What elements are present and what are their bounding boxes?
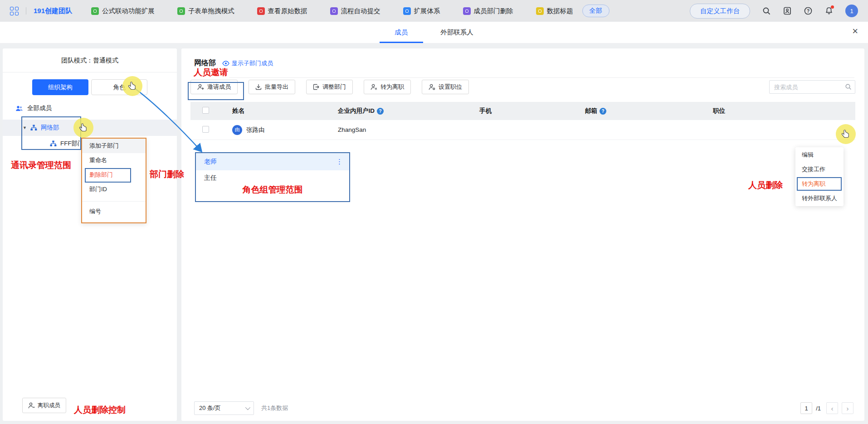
resigned-members-label: 离职成员 [38,402,60,410]
close-icon[interactable]: × [852,26,858,36]
search-icon [845,83,852,90]
total-pages-label: /1 [816,405,821,412]
header-divider [229,77,854,78]
role-button[interactable]: 角色 [91,79,147,95]
row-checkbox[interactable] [202,126,209,133]
annotation-contacts-scope: 通讯录管理范围 [11,159,71,171]
page-size-select[interactable]: 20 条/页 [194,401,254,415]
table-header-row: 姓名 企业内用户ID? 手机 邮箱? 职位 [190,102,855,120]
kebab-menu-icon[interactable]: ⋮ [336,158,343,166]
role-item-director[interactable]: 主任 [196,170,349,186]
main-panel: 网络部 显示子部门成员 邀请成员 批量导出 调整部门 转为离职 [181,48,864,421]
member-avatar: 由 [232,125,242,135]
role-item-teacher[interactable]: 老师 ⋮ [196,153,349,170]
app-tab-label: 公式联动功能扩展 [102,7,155,15]
move-out-icon [313,84,319,90]
app-tab-rawdata[interactable]: 查看原始数据 [257,7,307,15]
bell-icon[interactable] [824,6,834,15]
header-name: 姓名 [232,107,338,115]
to-resigned-label: 转为离职 [380,83,404,91]
sidebar-panel: 团队模式：普通模式 组织架构 角色 全部成员 ▼ 网络部 FFF部门 离职成员 [3,48,177,421]
tab-members[interactable]: 成员 [395,22,408,43]
next-page-button[interactable]: › [842,402,853,414]
team-mode-label: 团队模式：普通模式 [3,48,177,65]
annotation-dept-delete: 部门删除 [150,169,184,180]
select-all-checkbox[interactable] [202,107,209,114]
annotation-member-delete-control: 人员删除控制 [74,404,126,416]
app-tab-autosubmit[interactable]: 流程自动提交 [330,7,380,15]
app-green-icon [177,7,185,15]
tree-item-dept1[interactable]: ▼ 网络部 [3,120,177,136]
team-name[interactable]: 191创建团队 [34,7,72,15]
all-pill-button[interactable]: 全部 [582,5,610,17]
members-table: 姓名 企业内用户ID? 手机 邮箱? 职位 由 张路由 ZhangSan [190,102,855,140]
people-icon [15,105,23,112]
search-icon[interactable] [762,6,771,15]
adjust-dept-button[interactable]: 调整部门 [306,80,353,94]
row-menu-edit[interactable]: 编辑 [795,148,844,162]
app-yellow-icon [536,7,544,15]
row-menu-handover[interactable]: 交接工作 [795,162,844,177]
annotation-role-scope: 角色组管理范围 [196,184,349,196]
apps-grid-icon[interactable] [10,7,19,15]
app-red-icon [257,7,265,15]
app-tab-label: 流程自动提交 [341,7,380,15]
view-switch: 组织架构 角色 [3,79,177,95]
help-icon[interactable]: ? [804,6,813,15]
workbench-button[interactable]: 自定义工作台 [690,4,750,19]
download-icon [255,84,262,90]
sidebar-divider [3,72,177,72]
row-menu-to-external[interactable]: 转外部联系人 [795,191,844,206]
app-tab-subform[interactable]: 子表单拖拽模式 [177,7,234,15]
tab-external-contacts[interactable]: 外部联系人 [440,22,473,43]
show-sub-members-label: 显示子部门成员 [232,59,273,67]
notification-dot [831,5,834,9]
prev-page-button[interactable]: ‹ [826,402,838,414]
active-tab-underline [380,42,423,43]
topbar-app-tabs: 公式联动功能扩展 子表单拖拽模式 查看原始数据 流程自动提交 扩展体系 成员部门… [91,7,573,15]
invite-member-button[interactable]: 邀请成员 [190,80,238,94]
app-purple-icon [463,7,471,15]
app-tab-datatitle[interactable]: 数据标题 [536,7,573,15]
batch-export-button[interactable]: 批量导出 [249,80,295,94]
dept-context-menu: 添加子部门 重命名 删除部门 部门ID 编号 [81,138,146,223]
row-menu-to-resigned[interactable]: 转为离职 [795,177,844,191]
help-circle-icon[interactable]: ? [377,108,384,115]
menu-item-delete-dept[interactable]: 删除部门 [82,168,146,182]
menu-item-dept-id[interactable]: 部门ID [82,182,146,197]
user-avatar[interactable]: 1 [845,5,858,17]
header-email: 邮箱? [585,107,713,115]
menu-item-rename[interactable]: 重命名 [82,153,146,168]
app-purple-icon [330,7,338,15]
all-members-item[interactable]: 全部成员 [3,104,177,112]
menu-item-add-sub-dept[interactable]: 添加子部门 [82,139,146,153]
person-plus-icon [197,84,204,90]
header-position: 职位 [713,107,855,115]
resigned-members-button[interactable]: 离职成员 [22,398,66,413]
menu-divider [82,201,146,202]
member-search-input[interactable] [769,80,855,94]
annotation-invite: 人员邀请 [194,67,228,78]
current-page-box[interactable]: 1 [800,402,812,414]
app-green-icon [91,7,99,15]
member-row-menu: 编辑 交接工作 转为离职 转外部联系人 [795,147,844,206]
app-tab-label: 数据标题 [547,7,573,15]
app-tab-extension[interactable]: 扩展体系 [403,7,440,15]
to-resigned-button[interactable]: 转为离职 [364,80,411,94]
role-teacher-label: 老师 [204,158,217,166]
org-structure-button[interactable]: 组织架构 [32,79,88,95]
app-tab-label: 成员部门删除 [474,7,513,15]
app-blue-icon [403,7,411,15]
help-circle-icon[interactable]: ? [600,108,606,115]
address-book-icon[interactable] [783,6,792,15]
total-count-label: 共1条数据 [261,404,288,412]
table-row[interactable]: 由 张路由 ZhangSan [190,120,855,140]
menu-item-number[interactable]: 编号 [82,204,146,219]
set-position-button[interactable]: 设置职位 [422,80,469,94]
show-sub-members-toggle[interactable]: 显示子部门成员 [222,59,273,67]
app-tab-formula[interactable]: 公式联动功能扩展 [91,7,155,15]
page: 191创建团队 公式联动功能扩展 子表单拖拽模式 查看原始数据 流程自动提交 扩… [0,0,868,424]
app-tab-memberdelete[interactable]: 成员部门删除 [463,7,513,15]
app-tab-label: 子表单拖拽模式 [188,7,234,15]
caret-down-icon[interactable]: ▼ [23,125,27,130]
